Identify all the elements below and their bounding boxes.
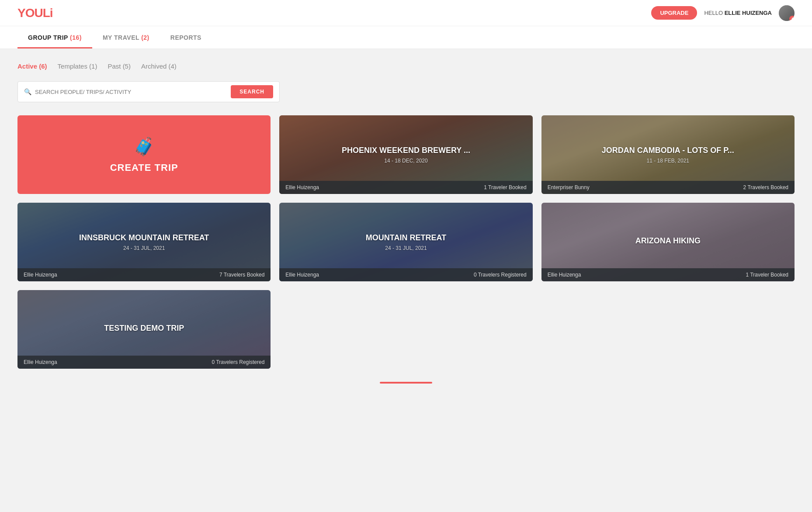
trip-travelers: 2 Travelers Booked [743,184,788,190]
trip-dates: 24 - 31 JUL, 2021 [123,245,165,251]
scroll-hint [17,369,795,388]
trip-dates: 24 - 31 JUL, 2021 [385,245,427,251]
tab-reports[interactable]: REPORTS [160,26,212,48]
sub-tabs: Active (6) Templates (1) Past (5) Archiv… [17,62,795,71]
trip-card-footer: Ellie Huizenga 0 Travelers Registered [17,356,271,369]
trip-card-jordan[interactable]: JORDAN CAMBODIA - LOTS OF P... 11 - 18 F… [541,115,795,194]
trip-card-footer: Ellie Huizenga 7 Travelers Booked [17,268,271,281]
trip-dates: 14 - 18 DEC, 2020 [384,158,427,164]
search-button[interactable]: SEARCH [231,85,273,98]
trip-card-footer: Ellie Huizenga 0 Travelers Registered [279,268,532,281]
suitcase-icon: 🧳 [133,136,155,157]
create-trip-label: CREATE TRIP [110,162,178,173]
main-nav-tabs: GROUP TRIP (16) MY TRAVEL (2) REPORTS [17,26,795,48]
trip-title: PHOENIX WEEKEND BREWERY ... [342,146,470,155]
upgrade-button[interactable]: UPGRADE [651,6,697,20]
trip-card-phoenix[interactable]: PHOENIX WEEKEND BREWERY ... 14 - 18 DEC,… [279,115,532,194]
hello-text: HELLO ELLIE HUIZENGA [704,10,772,16]
trip-card-footer: Ellie Huizenga 1 Traveler Booked [541,268,795,281]
trip-title: ARIZONA HIKING [635,236,701,246]
trip-title: JORDAN CAMBODIA - LOTS OF P... [602,146,734,155]
tab-group-trip[interactable]: GROUP TRIP (16) [17,26,92,48]
search-icon: 🔍 [24,88,31,95]
trip-travelers: 7 Travelers Booked [219,272,264,278]
logo: YOULi [17,6,53,20]
trip-travelers: 1 Traveler Booked [484,184,526,190]
trip-title: TESTING DEMO TRIP [104,324,184,333]
subtab-templates[interactable]: Templates (1) [58,62,97,71]
trip-card-footer: Ellie Huizenga 1 Traveler Booked [279,181,532,194]
trip-travelers: 1 Traveler Booked [746,272,788,278]
search-bar: 🔍 SEARCH [17,81,280,102]
search-input[interactable] [35,89,227,95]
trip-title: MOUNTAIN RETREAT [366,233,446,242]
trip-card-innsbruck[interactable]: INNSBRUCK MOUNTAIN RETREAT 24 - 31 JUL, … [17,203,271,281]
tab-my-travel[interactable]: MY TRAVEL (2) [92,26,160,48]
subtab-active[interactable]: Active (6) [17,62,47,71]
subtab-archived[interactable]: Archived (4) [141,62,177,71]
trip-travelers: 0 Travelers Registered [474,272,527,278]
subtab-past[interactable]: Past (5) [108,62,131,71]
trip-organizer: Ellie Huizenga [285,184,319,190]
avatar[interactable]: ★ [779,5,795,21]
trip-organizer: Ellie Huizenga [548,272,581,278]
trips-grid: 🧳 CREATE TRIP PHOENIX WEEKEND BREWERY ..… [17,115,795,369]
header-right: UPGRADE HELLO ELLIE HUIZENGA ★ [651,5,795,21]
create-trip-card[interactable]: 🧳 CREATE TRIP [17,115,271,194]
content: Active (6) Templates (1) Past (5) Archiv… [0,49,812,401]
trip-organizer: Ellie Huizenga [285,272,319,278]
trip-dates: 11 - 18 FEB, 2021 [647,158,689,164]
trip-card-footer: Enterpriser Bunny 2 Travelers Booked [541,181,795,194]
trip-title: INNSBRUCK MOUNTAIN RETREAT [79,233,209,242]
trip-card-mountain-retreat[interactable]: MOUNTAIN RETREAT 24 - 31 JUL, 2021 Ellie… [279,203,532,281]
header: YOULi UPGRADE HELLO ELLIE HUIZENGA ★ [0,0,812,26]
trip-organizer: Enterpriser Bunny [548,184,590,190]
trip-organizer: Ellie Huizenga [24,359,57,365]
scroll-bar [380,382,432,384]
trip-travelers: 0 Travelers Registered [212,359,265,365]
trip-organizer: Ellie Huizenga [24,272,57,278]
avatar-badge: ★ [789,16,795,21]
trip-card-arizona[interactable]: ARIZONA HIKING Ellie Huizenga 1 Traveler… [541,203,795,281]
trip-card-testing-demo[interactable]: TESTING DEMO TRIP Ellie Huizenga 0 Trave… [17,290,271,369]
main-nav: GROUP TRIP (16) MY TRAVEL (2) REPORTS [0,26,812,49]
